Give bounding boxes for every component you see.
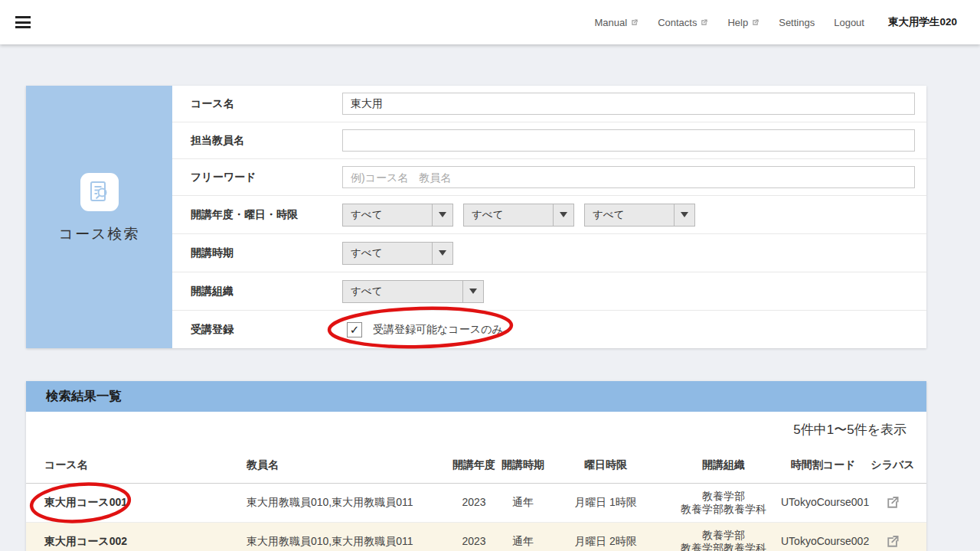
course-002-year: 2023 (447, 535, 501, 549)
teacher-name-input[interactable] (342, 129, 915, 152)
free-word-label: フリーワード (191, 171, 342, 184)
registration-label: 受講登録 (191, 323, 342, 337)
search-form: コース名 担当教員名 フリーワード 開講年度・曜日・時限 すべて すべて すべて (172, 86, 926, 348)
registration-checkbox-label: 受講登録可能なコースのみ (373, 323, 503, 337)
year-select-value: すべて (343, 208, 432, 222)
check-icon: ✓ (350, 323, 360, 337)
day-select-value: すべて (464, 208, 553, 222)
organization-select[interactable]: すべて (342, 280, 484, 303)
chevron-down-icon (432, 204, 452, 226)
course-002-code: UTokyoCourse002 (781, 535, 865, 549)
day-select[interactable]: すべて (463, 204, 574, 227)
nav-manual[interactable]: Manual (595, 17, 639, 28)
col-course-name: コース名 (26, 458, 247, 472)
free-word-input[interactable] (342, 166, 915, 188)
teacher-name-label: 担当教員名 (191, 134, 342, 148)
course-search-panel: コース検索 コース名 担当教員名 フリーワード 開講年度・曜日・時限 すべて す… (26, 86, 926, 348)
year-select[interactable]: すべて (342, 204, 453, 227)
results-count: 5件中1〜5件を表示 (26, 412, 926, 448)
course-001-teachers: 東大用教職員010,東大用教職員011 (247, 496, 447, 510)
logged-in-username: 東大用学生020 (888, 15, 957, 29)
nav-logout-label: Logout (834, 17, 864, 28)
course-002-teachers: 東大用教職員010,東大用教職員011 (247, 535, 447, 549)
form-row-year-day-period: 開講年度・曜日・時限 すべて すべて すべて (172, 196, 926, 234)
course-search-sidebar: コース検索 (26, 86, 172, 348)
course-002-day-period: 月曜日 2時限 (545, 535, 666, 549)
course-name-input[interactable] (342, 93, 915, 115)
nav-settings-label: Settings (779, 17, 815, 28)
term-select-value: すべて (343, 246, 432, 260)
course-search-icon (80, 173, 119, 211)
external-link-icon (630, 18, 639, 27)
nav-logout[interactable]: Logout (834, 17, 864, 28)
col-day-period: 曜日時限 (545, 458, 666, 472)
nav-help[interactable]: Help (727, 17, 760, 28)
table-row-course-001: 東大用コース001 東大用教職員010,東大用教職員011 2023 通年 月曜… (26, 484, 926, 523)
form-row-registration: 受講登録 ✓ 受講登録可能なコースのみ (172, 311, 926, 348)
col-year: 開講年度 (447, 458, 501, 472)
external-link-icon (700, 18, 708, 27)
col-syllabus: シラバス (865, 458, 920, 472)
registration-checkbox[interactable]: ✓ (347, 322, 362, 337)
form-row-free-word: フリーワード (172, 159, 926, 196)
syllabus-external-link-icon[interactable] (885, 495, 900, 510)
term-select[interactable]: すべて (342, 242, 453, 265)
registration-checkbox-area: ✓ 受講登録可能なコースのみ (347, 322, 503, 337)
course-001-organization: 教養学部教養学部教養学科 (666, 490, 781, 517)
course-002-organization: 教養学部教養学部教養学科 (666, 529, 781, 551)
col-timetable-code: 時間割コード (781, 458, 865, 472)
period-select[interactable]: すべて (584, 204, 695, 227)
chevron-down-icon (462, 281, 483, 302)
nav-settings[interactable]: Settings (779, 17, 815, 28)
chevron-down-icon (674, 204, 694, 226)
syllabus-external-link-icon[interactable] (885, 534, 900, 549)
search-panel-title: コース検索 (59, 224, 140, 244)
nav-contacts-label: Contacts (658, 17, 697, 28)
course-001-term: 通年 (501, 496, 545, 510)
chevron-down-icon (432, 243, 452, 264)
table-row-course-002: 東大用コース002 東大用教職員010,東大用教職員011 2023 通年 月曜… (26, 523, 926, 551)
course-001-link[interactable]: 東大用コース001 (44, 496, 127, 508)
hamburger-menu-icon[interactable] (15, 16, 31, 28)
course-001-day-period: 月曜日 1時限 (545, 496, 666, 510)
form-row-teacher-name: 担当教員名 (172, 122, 926, 159)
course-001-year: 2023 (447, 496, 501, 510)
col-organization: 開講組織 (666, 458, 781, 472)
nav-manual-label: Manual (595, 17, 628, 28)
organization-select-value: すべて (343, 285, 462, 298)
col-term: 開講時期 (501, 458, 545, 472)
organization-label: 開講組織 (191, 285, 342, 298)
form-row-organization: 開講組織 すべて (172, 272, 926, 311)
top-navigation: Manual Contacts Help Settings Logout 東大用… (595, 15, 980, 29)
course-name-label: コース名 (191, 97, 342, 111)
top-header: Manual Contacts Help Settings Logout 東大用… (0, 0, 980, 44)
col-teacher-name: 教員名 (247, 458, 447, 472)
form-row-term: 開講時期 すべて (172, 234, 926, 272)
course-001-code: UTokyoCourse001 (781, 496, 865, 510)
results-title: 検索結果一覧 (26, 381, 926, 412)
form-row-course-name: コース名 (172, 86, 926, 122)
year-day-period-label: 開講年度・曜日・時限 (191, 208, 342, 222)
term-label: 開講時期 (191, 246, 342, 260)
nav-contacts[interactable]: Contacts (658, 17, 708, 28)
external-link-icon (751, 18, 760, 27)
results-table-header: コース名 教員名 開講年度 開講時期 曜日時限 開講組織 時間割コード シラバス (26, 448, 926, 484)
nav-help-label: Help (727, 17, 748, 28)
course-002-term: 通年 (501, 535, 545, 549)
course-002-link[interactable]: 東大用コース002 (44, 535, 127, 547)
chevron-down-icon (553, 204, 573, 226)
period-select-value: すべて (585, 208, 674, 222)
search-results-panel: 検索結果一覧 5件中1〜5件を表示 コース名 教員名 開講年度 開講時期 曜日時… (26, 381, 926, 551)
